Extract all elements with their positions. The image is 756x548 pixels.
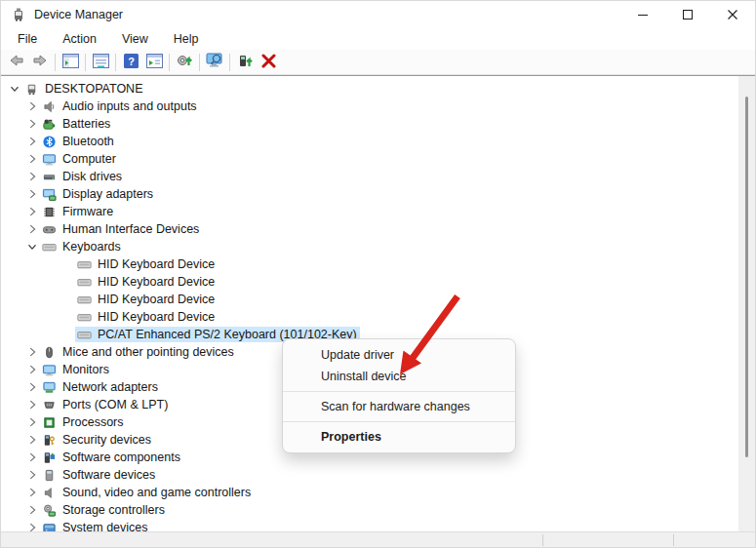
remote-monitor-button[interactable] bbox=[203, 52, 226, 73]
tree-item-label: Display adapters bbox=[60, 186, 156, 202]
chevron-right-icon[interactable] bbox=[24, 186, 40, 202]
svg-text:?: ? bbox=[128, 55, 135, 66]
software-devices-icon bbox=[42, 468, 57, 483]
network-icon bbox=[42, 380, 57, 395]
tree-item[interactable]: Display adapters bbox=[1, 185, 738, 203]
hid-icon bbox=[42, 222, 57, 237]
chevron-down-icon[interactable] bbox=[24, 239, 40, 254]
scan-hardware-button[interactable] bbox=[173, 52, 196, 73]
tree-item-label: HID Keyboard Device bbox=[95, 292, 218, 307]
tree-item[interactable]: Software devices bbox=[1, 466, 738, 484]
tree-item[interactable]: Firmware bbox=[1, 203, 738, 220]
menu-view[interactable]: View bbox=[113, 30, 157, 48]
scrollbar-thumb[interactable] bbox=[745, 97, 748, 457]
chevron-right-icon[interactable] bbox=[24, 397, 40, 412]
chevron-right-icon[interactable] bbox=[24, 204, 40, 219]
tree-item[interactable]: Bluetooth bbox=[1, 133, 738, 150]
tree-indent-spacer bbox=[60, 256, 75, 272]
chevron-right-icon[interactable] bbox=[24, 344, 40, 360]
chevron-right-icon[interactable] bbox=[24, 485, 40, 500]
tree-item[interactable]: DESKTOPATONE bbox=[1, 80, 738, 98]
firmware-icon bbox=[42, 205, 57, 219]
chevron-right-icon[interactable] bbox=[24, 450, 40, 465]
tree-item-label: Firmware bbox=[60, 204, 116, 219]
chevron-right-icon[interactable] bbox=[24, 134, 40, 149]
menu-help[interactable]: Help bbox=[165, 30, 208, 48]
tree-item[interactable]: Storage controllers bbox=[1, 501, 738, 519]
tree-item-label: Software devices bbox=[60, 467, 158, 483]
chevron-right-icon[interactable] bbox=[24, 98, 40, 114]
forward-button[interactable] bbox=[28, 52, 52, 73]
tree-item[interactable]: HID Keyboard Device bbox=[1, 273, 738, 291]
chevron-right-icon[interactable] bbox=[24, 467, 40, 483]
chevron-down-icon[interactable] bbox=[7, 81, 22, 97]
tree-item[interactable]: Computer bbox=[1, 150, 738, 168]
storage-icon bbox=[42, 503, 57, 518]
context-menu-item-scan-for-hardware-changes[interactable]: Scan for hardware changes bbox=[283, 396, 515, 417]
display-adapter-icon bbox=[42, 187, 57, 202]
tree-item[interactable]: Human Interface Devices bbox=[1, 220, 738, 238]
export-list-icon bbox=[146, 54, 163, 71]
update-driver-icon bbox=[237, 53, 254, 71]
minimize-button[interactable] bbox=[620, 1, 665, 28]
context-menu-item-properties[interactable]: Properties bbox=[283, 426, 515, 448]
context-menu-item-uninstall-device[interactable]: Uninstall device bbox=[283, 366, 515, 387]
show-console-tree-button[interactable] bbox=[59, 52, 82, 73]
monitor-icon bbox=[42, 152, 57, 167]
tree-item-label: HID Keyboard Device bbox=[95, 309, 218, 325]
chevron-right-icon[interactable] bbox=[24, 432, 40, 448]
vertical-scrollbar[interactable] bbox=[738, 76, 755, 534]
tree-item-label: Monitors bbox=[60, 362, 112, 377]
chevron-right-icon[interactable] bbox=[24, 502, 40, 518]
tree-item[interactable]: HID Keyboard Device bbox=[1, 308, 738, 326]
export-list-button[interactable] bbox=[142, 52, 166, 73]
tree-item[interactable]: HID Keyboard Device bbox=[1, 291, 738, 308]
back-icon bbox=[8, 53, 25, 71]
back-button[interactable] bbox=[5, 52, 28, 73]
chevron-right-icon[interactable] bbox=[24, 151, 40, 167]
context-menu-item-update-driver[interactable]: Update driver bbox=[283, 344, 515, 366]
keyboard-icon bbox=[77, 257, 92, 272]
chevron-right-icon[interactable] bbox=[24, 221, 40, 237]
window-title: Device Manager bbox=[34, 8, 123, 21]
tree-item[interactable]: Sound, video and game controllers bbox=[1, 484, 738, 501]
chevron-right-icon[interactable] bbox=[24, 379, 40, 395]
tree-item-label: DESKTOPATONE bbox=[42, 81, 146, 97]
toolbar-separator bbox=[85, 54, 86, 71]
keyboard-icon bbox=[77, 328, 92, 342]
chevron-right-icon[interactable] bbox=[24, 414, 40, 430]
properties-button[interactable] bbox=[89, 52, 112, 73]
uninstall-device-button[interactable] bbox=[257, 52, 280, 73]
chevron-right-icon[interactable] bbox=[24, 169, 40, 184]
audio-icon bbox=[42, 99, 57, 114]
toolbar-separator bbox=[115, 54, 116, 71]
tree-item-label: Network adapters bbox=[60, 379, 161, 395]
bluetooth-icon bbox=[42, 135, 57, 149]
remote-monitor-icon bbox=[206, 53, 224, 71]
uninstall-device-icon bbox=[261, 54, 276, 71]
menu-file[interactable]: File bbox=[9, 30, 46, 48]
tree-item-label: Keyboards bbox=[60, 239, 124, 254]
keyboard-icon bbox=[77, 275, 92, 290]
keyboard-icon bbox=[42, 240, 57, 254]
tree-item-label: Ports (COM & LPT) bbox=[60, 397, 171, 412]
tree-item-label: Storage controllers bbox=[60, 502, 168, 518]
tree-item[interactable]: Keyboards bbox=[1, 238, 738, 255]
update-driver-button[interactable] bbox=[233, 52, 257, 73]
help-button[interactable]: ? bbox=[119, 52, 142, 73]
keyboard-icon bbox=[77, 310, 92, 325]
tree-item[interactable]: Audio inputs and outputs bbox=[1, 98, 738, 115]
tree-item[interactable]: Disk drives bbox=[1, 168, 738, 185]
maximize-button[interactable] bbox=[665, 1, 710, 28]
tree-item-label: HID Keyboard Device bbox=[95, 256, 218, 272]
tree-item[interactable]: Batteries bbox=[1, 115, 738, 133]
tree-item[interactable]: HID Keyboard Device bbox=[1, 255, 738, 273]
titlebar: Device Manager bbox=[1, 1, 755, 28]
close-button[interactable] bbox=[710, 1, 755, 28]
chevron-right-icon[interactable] bbox=[24, 362, 40, 377]
tree-item-label: Security devices bbox=[60, 432, 154, 448]
chevron-right-icon[interactable] bbox=[24, 116, 40, 132]
menu-action[interactable]: Action bbox=[54, 30, 105, 48]
toolbar-separator bbox=[229, 54, 230, 71]
menubar: FileActionViewHelp bbox=[1, 28, 755, 50]
